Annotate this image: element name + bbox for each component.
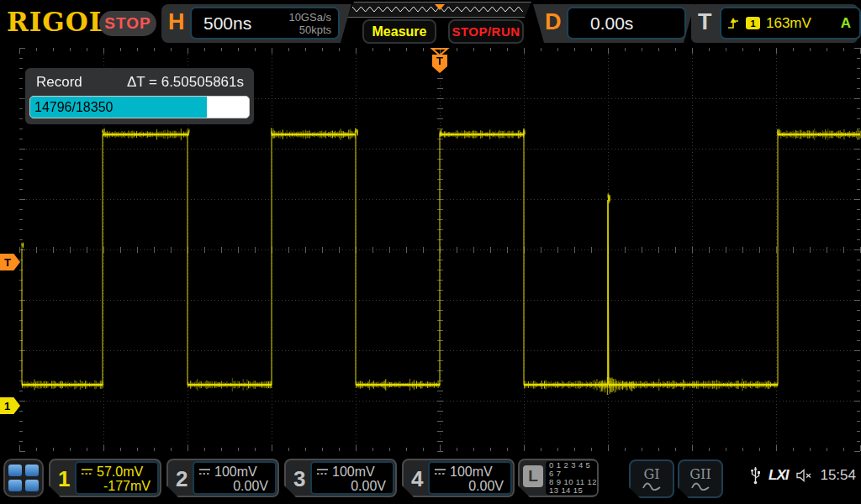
sine-wave-icon (642, 480, 662, 491)
record-progress-text: 14796/18350 (34, 99, 113, 114)
record-progress-bar: 14796/18350 (29, 96, 250, 118)
trigger-settings-box[interactable]: T 1 163mV A (691, 4, 858, 43)
dc-coupling-icon (316, 468, 329, 476)
trigger-position-marker[interactable]: T (430, 47, 450, 75)
system-time: 15:54 (820, 467, 856, 484)
status-cluster: LXI 15:54 (750, 465, 856, 486)
trigger-slope-icon (726, 17, 740, 30)
channel-2-offset: 0.00V (194, 479, 275, 493)
oscilloscope-screen: RIGOL STOP H 500ns 10GSa/s 50kpts Measur… (0, 0, 861, 504)
top-status-bar: RIGOL STOP H 500ns 10GSa/s 50kpts Measur… (0, 0, 861, 47)
run-state-label: STOP (104, 14, 151, 33)
channel-1-offset: -177mV (77, 479, 157, 493)
sine-wave-icon (690, 480, 710, 491)
horizontal-label: H (168, 9, 185, 35)
lxi-logo: LXI (769, 467, 788, 484)
menu-grid-icon (8, 465, 22, 476)
svg-text:T: T (436, 55, 443, 67)
channel-4-values: 100mV 0.00V (428, 461, 512, 495)
channel-4-scale: 100mV (450, 465, 493, 479)
logic-channel-list: 0 1 2 3 4 5 6 7 8 9 10 11 12 13 14 15 (546, 461, 597, 495)
channel-1-number: 1 (58, 466, 70, 492)
dc-coupling-icon (81, 468, 93, 476)
measure-button[interactable]: Measure (362, 19, 436, 44)
trigger-label: T (698, 9, 712, 35)
memory-depth: 50kpts (288, 24, 331, 36)
generator-2-label: GII (689, 468, 710, 480)
channel-3-box[interactable]: 3 100mV 0.00V (284, 459, 397, 497)
usb-icon (750, 465, 761, 486)
menu-button[interactable] (3, 459, 44, 497)
delay-value-box[interactable]: 0.00s (567, 7, 686, 39)
timebase-value: 500ns (203, 13, 251, 34)
record-title: Record (36, 74, 82, 91)
channel-3-values: 100mV 0.00V (310, 461, 394, 495)
rigol-logo: RIGOL (7, 7, 108, 37)
record-overlay: Record ΔT = 6.50505861s 14796/18350 (25, 68, 254, 124)
delay-label: D (545, 9, 562, 35)
delay-settings-box[interactable]: D 0.00s (533, 4, 695, 43)
waveform-area[interactable]: T T 1 Record ΔT = 6.50505861s 14796/1835… (0, 47, 861, 454)
stop-run-button-label: STOP/RUN (452, 24, 520, 39)
memory-position-bar[interactable] (347, 2, 531, 18)
channel-3-scale: 100mV (332, 465, 375, 479)
channel-4-number: 4 (411, 466, 423, 492)
channel-4-box[interactable]: 4 100mV 0.00V (402, 459, 515, 497)
record-delta-t: ΔT = 6.50505861s (127, 74, 244, 91)
horizontal-settings-box[interactable]: H 500ns 10GSa/s 50kpts (161, 4, 351, 43)
stop-run-button[interactable]: STOP/RUN (448, 19, 524, 44)
channel-1-values: 57.0mV -177mV (75, 461, 159, 495)
measure-button-label: Measure (372, 24, 427, 39)
bottom-status-bar: 1 57.0mV -177mV 2 (0, 454, 861, 504)
logic-row-1: 0 1 2 3 4 5 6 7 (549, 461, 597, 478)
logic-label: L (523, 465, 543, 487)
channel-2-values: 100mV 0.00V (193, 461, 277, 495)
logic-row-2: 8 9 10 11 12 13 14 15 (549, 478, 597, 495)
timebase-value-box[interactable]: 500ns 10GSa/s 50kpts (190, 7, 340, 39)
channel-2-number: 2 (176, 466, 188, 492)
dc-coupling-icon (434, 468, 446, 476)
logic-channels-box[interactable]: L 0 1 2 3 4 5 6 7 8 9 10 11 12 13 14 15 (518, 459, 599, 497)
speaker-muted-icon[interactable] (795, 468, 812, 483)
generator-1-button[interactable]: GI (629, 459, 674, 498)
channel-1-box[interactable]: 1 57.0mV -177mV (49, 459, 161, 497)
acquisition-info: 10GSa/s 50kpts (288, 11, 331, 36)
dc-coupling-icon (198, 468, 211, 476)
trigger-mode-auto: A (841, 15, 851, 32)
record-header: Record ΔT = 6.50505861s (25, 68, 254, 96)
memory-waveform-icon (347, 3, 531, 17)
channel-2-scale: 100mV (214, 465, 257, 479)
channel-2-box[interactable]: 2 100mV 0.00V (166, 459, 279, 497)
channel-3-offset: 0.00V (312, 479, 393, 493)
channel-3-number: 3 (293, 466, 305, 492)
channel-1-scale: 57.0mV (97, 465, 143, 479)
sample-rate: 10GSa/s (288, 11, 331, 24)
trigger-value-box[interactable]: 1 163mV A (720, 7, 861, 39)
run-state-badge: STOP (99, 11, 156, 36)
channel-4-offset: 0.00V (430, 479, 510, 493)
generator-1-label: GI (643, 468, 659, 480)
delay-value: 0.00s (590, 13, 633, 34)
trigger-level-value: 163mV (766, 15, 811, 32)
generator-2-button[interactable]: GII (678, 459, 723, 498)
trigger-source-badge: 1 (746, 17, 760, 29)
